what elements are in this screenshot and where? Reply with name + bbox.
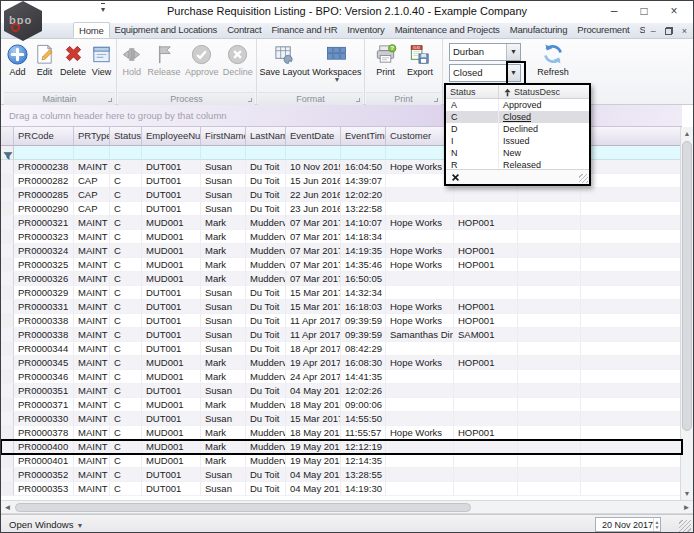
table-row[interactable]: PR0000290CAPCDUT001SusanDu Toit23 Jun 20… xyxy=(1,202,682,216)
tab-equipment-and-locations[interactable]: Equipment and Locations xyxy=(110,22,223,38)
column-header-prcode[interactable]: PRCode xyxy=(14,127,74,146)
column-header-eventtime[interactable]: EventTime xyxy=(341,127,386,146)
mdi-close-icon[interactable]: × xyxy=(682,26,687,36)
window-resize-grip[interactable] xyxy=(679,520,691,532)
close-button[interactable]: × xyxy=(659,1,689,23)
table-row[interactable]: PR0000329MAINTCDUT001SusanDu Toit15 Mar … xyxy=(1,286,682,300)
column-header-employeenumber[interactable]: EmployeeNumber xyxy=(142,127,201,146)
column-header-prtype[interactable]: PRType xyxy=(74,127,110,146)
tab-procurement[interactable]: Procurement xyxy=(572,22,634,38)
tab-maintenance-and-projects[interactable]: Maintenance and Projects xyxy=(390,22,505,38)
minimize-button[interactable]: – xyxy=(599,1,629,23)
dialog-launcher-icon[interactable] xyxy=(108,98,112,102)
filter-cell-6[interactable] xyxy=(286,146,341,160)
date-picker[interactable]: 20 Nov 2017 ▲▼ xyxy=(595,517,661,532)
open-windows-button[interactable]: Open Windows▼ xyxy=(9,519,83,530)
table-row[interactable]: PR0000352MAINTCDUT001SusanDu Toit04 May … xyxy=(1,468,682,482)
dialog-launcher-icon[interactable] xyxy=(356,98,360,102)
popup-resize-grip[interactable] xyxy=(579,174,588,183)
filter-cell-2[interactable] xyxy=(110,146,142,160)
date-spinner[interactable]: ▲▼ xyxy=(653,518,660,531)
status-option-a[interactable]: AApproved xyxy=(446,99,589,111)
table-row[interactable]: PR0000371MAINTCMUD001MarkMudderveld18 Ma… xyxy=(1,398,682,412)
table-row[interactable]: PR0000325MAINTCMUD001MarkMudderveld07 Ma… xyxy=(1,258,682,272)
status-option-c[interactable]: CClosed xyxy=(446,111,589,123)
column-header-status[interactable]: Status xyxy=(110,127,142,146)
table-row[interactable]: PR0000344MAINTCDUT001SusanDu Toit18 Apr … xyxy=(1,342,682,356)
delete-button[interactable]: Delete xyxy=(58,41,88,79)
row-indicator xyxy=(1,314,14,328)
tab-inventory[interactable]: Inventory xyxy=(342,22,389,38)
table-row[interactable]: PR0000378MAINTCMUD001MarkMudderveld18 Ma… xyxy=(1,426,682,440)
horizontal-scrollbar[interactable]: ◄ ► xyxy=(1,500,693,514)
tab-contract[interactable]: Contract xyxy=(222,22,266,38)
mdi-minimize-icon[interactable]: – xyxy=(651,26,656,36)
cell: Du Toit xyxy=(246,174,286,188)
save-layout-button[interactable]: Save Layout xyxy=(258,41,311,79)
filter-cell-7[interactable] xyxy=(341,146,386,160)
edit-button[interactable]: Edit xyxy=(31,41,58,79)
tab-finance-and-hr[interactable]: Finance and HR xyxy=(266,22,342,38)
maximize-button[interactable]: □ xyxy=(629,1,659,23)
view-button[interactable]: View xyxy=(88,41,115,79)
tab-home[interactable]: Home xyxy=(73,22,110,38)
workspaces-button[interactable]: Workspaces▼ xyxy=(311,41,363,85)
column-header-lastname[interactable]: LastName xyxy=(246,127,286,146)
table-row[interactable]: PR0000330MAINTCDUT001SusanDu Toit15 Mar … xyxy=(1,412,682,426)
column-header-blank-11[interactable] xyxy=(581,127,682,146)
site-combo[interactable]: Durban ▼ xyxy=(449,43,521,61)
print-button[interactable]: ?Print xyxy=(372,41,399,79)
filter-cell-1[interactable] xyxy=(74,146,110,160)
dialog-launcher-icon[interactable] xyxy=(248,98,252,102)
mdi-restore-icon[interactable] xyxy=(665,27,673,35)
table-row[interactable]: PR0000338MAINTCDUT001SusanDu Toit11 Apr … xyxy=(1,328,682,342)
table-row[interactable]: PR0000353MAINTCDUT001SusanDu Toit04 May … xyxy=(1,482,682,496)
status-option-d[interactable]: DDeclined xyxy=(446,123,589,135)
status-option-n[interactable]: NNew xyxy=(446,147,589,159)
filter-cell-3[interactable] xyxy=(142,146,201,160)
dialog-launcher-icon[interactable] xyxy=(434,98,438,102)
chevron-down-icon[interactable]: ▼ xyxy=(506,44,520,60)
column-header-firstname[interactable]: FirstName xyxy=(201,127,246,146)
table-row[interactable]: PR0000346MAINTCMUD001MarkMudderveld24 Ap… xyxy=(1,370,682,384)
table-row[interactable]: PR0000323MAINTCMUD001MarkMudderveld07 Ma… xyxy=(1,230,682,244)
vertical-scroll-thumb[interactable] xyxy=(682,141,692,431)
spin-down-icon[interactable]: ▼ xyxy=(655,525,660,530)
table-row[interactable]: PR0000345MAINTCMUD001MarkMudderveld19 Ap… xyxy=(1,356,682,370)
table-row[interactable]: PR0000338MAINTCDUT001SusanDu Toit11 Apr … xyxy=(1,314,682,328)
column-header-eventdate[interactable]: EventDate xyxy=(286,127,341,146)
tab-manufacturing[interactable]: Manufacturing xyxy=(505,22,573,38)
refresh-button[interactable]: Refresh xyxy=(531,42,575,77)
table-row[interactable]: PR0000326MAINTCMUD001MarkMudderveld07 Ma… xyxy=(1,272,682,286)
scroll-down-icon[interactable]: ▼ xyxy=(681,487,693,500)
filter-cell-5[interactable] xyxy=(246,146,286,160)
tab-sales[interactable]: Sales xyxy=(634,22,644,38)
scroll-right-icon[interactable]: ► xyxy=(680,501,693,514)
table-row[interactable]: PR0000331MAINTCDUT001SusanDu Toit15 Mar … xyxy=(1,300,682,314)
filter-cell-4[interactable] xyxy=(201,146,246,160)
filter-cell-0[interactable] xyxy=(14,146,74,160)
horizontal-scroll-thumb[interactable] xyxy=(15,503,471,512)
table-row[interactable]: PR0000351MAINTCDUT001SusanDu Toit04 May … xyxy=(1,384,682,398)
cell xyxy=(581,328,682,342)
cell xyxy=(581,482,682,496)
status-option-i[interactable]: IIssued xyxy=(446,135,589,147)
table-row[interactable]: PR0000401MAINTCMUD001MarkMudderveld19 Ma… xyxy=(1,454,682,468)
status-popup-column-status[interactable]: Status xyxy=(446,85,499,98)
cell xyxy=(581,342,682,356)
edit-label: Edit xyxy=(37,67,53,77)
filter-cell-11[interactable] xyxy=(581,146,682,160)
table-row[interactable]: PR0000285CAPCDUT001SusanDu Toit22 Jun 20… xyxy=(1,188,682,202)
table-row[interactable]: PR0000321MAINTCMUD001MarkMudderveld07 Ma… xyxy=(1,216,682,230)
cell xyxy=(386,188,454,202)
export-button[interactable]: XLSXExport xyxy=(405,41,435,79)
scroll-left-icon[interactable]: ◄ xyxy=(1,501,14,514)
status-popup-column-statusdesc[interactable]: StatusDesc xyxy=(499,85,589,98)
cell: 16:50:05 xyxy=(341,272,386,286)
cell xyxy=(581,286,682,300)
scroll-up-icon[interactable]: ▲ xyxy=(681,127,693,140)
clear-filter-icon[interactable] xyxy=(451,173,460,182)
add-button[interactable]: Add xyxy=(4,41,31,79)
table-row[interactable]: PR0000324MAINTCMUD001MarkMudderveld07 Ma… xyxy=(1,244,682,258)
table-row[interactable]: PR0000400MAINTCMUD001MarkMudderveld19 Ma… xyxy=(1,440,682,454)
